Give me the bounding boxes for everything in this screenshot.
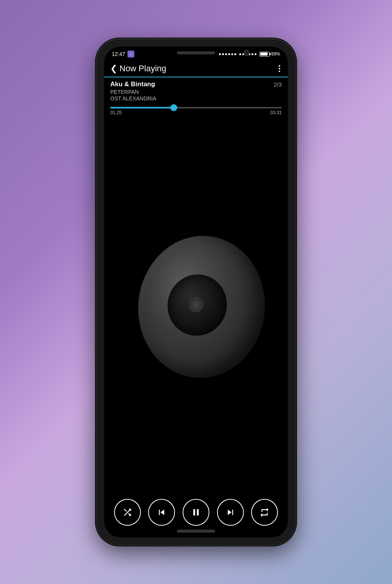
next-button[interactable] xyxy=(217,499,244,526)
back-chevron-icon[interactable]: ❮ xyxy=(110,64,117,74)
disc-outer xyxy=(135,230,266,385)
progress-bar[interactable] xyxy=(110,107,282,108)
signal-indicator xyxy=(219,53,236,55)
page-title: Now Playing xyxy=(119,64,166,74)
phone-device: 12:47 ♪ xyxy=(96,39,296,545)
battery-icon xyxy=(260,52,270,57)
status-right: 99% xyxy=(219,51,280,57)
track-title: Aku & Bintang xyxy=(110,80,155,88)
time-total: 03.31 xyxy=(270,110,282,115)
battery-percent: 99% xyxy=(271,51,280,57)
speaker-bottom xyxy=(177,530,215,533)
front-camera xyxy=(243,50,250,56)
track-title-row: Aku & Bintang 2/3 xyxy=(110,80,282,88)
track-number: 2/3 xyxy=(274,81,282,88)
menu-dot xyxy=(279,71,280,72)
progress-fill xyxy=(110,107,174,108)
pause-icon xyxy=(191,507,201,518)
repeat-button[interactable] xyxy=(251,499,278,526)
next-icon xyxy=(225,507,236,518)
menu-dot xyxy=(279,65,280,67)
time-current: 01.25 xyxy=(110,110,122,115)
shuffle-icon xyxy=(122,507,133,518)
disc-middle xyxy=(167,273,227,337)
header-left[interactable]: ❮ Now Playing xyxy=(110,64,166,74)
phone-screen: 12:47 ♪ xyxy=(104,47,288,537)
status-time: 12:47 ♪ xyxy=(112,51,134,57)
album-art-area xyxy=(104,118,288,491)
disc-center xyxy=(188,297,204,312)
progress-thumb[interactable] xyxy=(170,104,177,111)
track-artist: PETERPAN xyxy=(110,89,282,95)
progress-section[interactable]: 01.25 03.31 xyxy=(104,103,288,118)
speaker-top xyxy=(177,51,215,54)
previous-button[interactable] xyxy=(148,499,175,526)
clock: 12:47 xyxy=(112,51,125,57)
app-header: ❮ Now Playing xyxy=(104,60,288,77)
battery-indicator: 99% xyxy=(260,51,280,57)
shuffle-button[interactable] xyxy=(114,499,141,526)
music-app-icon: ♪ xyxy=(127,51,134,57)
track-album: OST ALEXANDRIA xyxy=(110,95,282,102)
progress-times: 01.25 03.31 xyxy=(110,110,282,115)
repeat-icon xyxy=(259,507,270,518)
track-info: Aku & Bintang 2/3 PETERPAN OST ALEXANDRI… xyxy=(104,77,288,103)
battery-fill xyxy=(260,52,268,56)
menu-dot xyxy=(279,68,280,69)
pause-button[interactable] xyxy=(183,499,209,526)
more-options-button[interactable] xyxy=(277,64,282,74)
previous-icon xyxy=(156,507,167,518)
